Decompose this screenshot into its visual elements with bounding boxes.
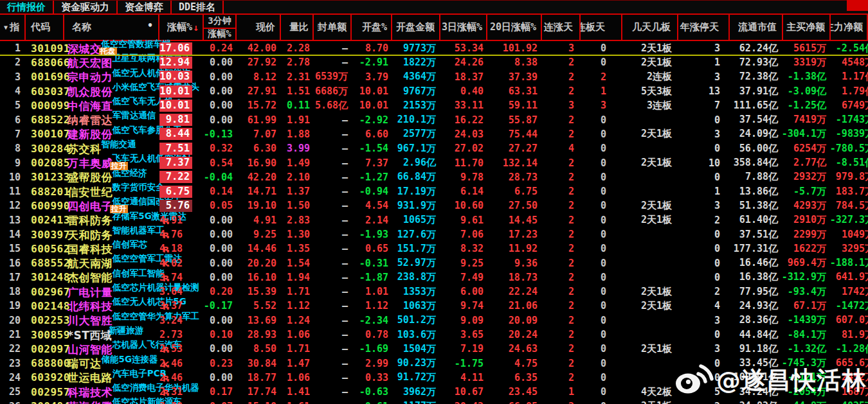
main-net: -327.3万 <box>831 213 868 227</box>
board-streak-days-value: 0 <box>601 286 606 297</box>
main-buy-net-value: -5.7万 <box>793 186 826 198</box>
open-amount: 2153万 <box>392 98 440 112</box>
pct-3min: 0.17 <box>204 385 237 399</box>
seal-amount: — <box>314 170 352 184</box>
price-value: 6.30 <box>253 143 276 154</box>
year-limit-days-value: 0 <box>714 243 720 254</box>
pct-3day: 53.34 <box>440 41 487 55</box>
table-row[interactable]: 26300484蓝海华腾低空芯片新能源车2.300.0715.101.61—-0… <box>0 399 868 404</box>
main-net: -188.1万 <box>831 256 868 270</box>
row-number: 24 <box>0 371 26 385</box>
corner-red-block <box>847 0 868 11</box>
seal-amount: — <box>314 141 352 155</box>
volume-ratio: 1.47 <box>281 356 314 371</box>
float-market-cap: 13.86亿 <box>730 184 783 198</box>
seal-amount-value: 6686万 <box>315 85 348 98</box>
main-buy-net: 2932万 <box>783 170 831 184</box>
price: 30.84 <box>237 356 281 371</box>
price: 14.46 <box>237 242 281 256</box>
float-market-cap: 37.51亿 <box>730 227 783 242</box>
tab-fund-game[interactable]: 资金博弈 <box>118 1 172 13</box>
seal-amount-value: — <box>342 157 348 169</box>
pct-3min: 0.00 <box>204 371 237 385</box>
column-header-seal-amount[interactable]: 封单额 <box>314 15 352 40</box>
price-value: 20.20 <box>248 258 276 269</box>
row-number-value: 16 <box>9 258 21 269</box>
caret-down-icon: ▼ <box>4 24 8 31</box>
price: 19.10 <box>237 198 281 213</box>
column-header-stock-name-cell[interactable]: 名称• <box>64 15 159 40</box>
pct-3day: 24.03 <box>440 127 487 141</box>
column-header-pct-3min[interactable]: 3分钟涨幅% <box>204 15 237 40</box>
header-label: 现价 <box>256 21 275 33</box>
row-number: 8 <box>0 141 26 155</box>
change-pct: 4.76 <box>159 229 183 240</box>
stock-name: 北纬科技 <box>64 299 113 314</box>
column-header-price[interactable]: 现价 <box>237 15 281 40</box>
open-pct-value: 4.54 <box>365 200 388 211</box>
open-amount: 17.19万 <box>392 184 440 198</box>
column-header-year-limit-days[interactable]: 年涨停天 <box>678 15 730 40</box>
column-header-main-net[interactable]: 主力净额 <box>831 15 868 40</box>
open-amount-value: 66.84万 <box>397 171 436 183</box>
column-header-board-streak-days[interactable]: 连板天 <box>581 15 622 40</box>
price-value: 15.39 <box>248 286 276 297</box>
board-streak-days-value: 3 <box>601 100 606 111</box>
change-pct-cell: R17.06 <box>159 41 204 55</box>
main-net: 641.9万 <box>831 270 868 285</box>
change-pct-cell: R7.37 <box>159 155 204 170</box>
column-header-float-market-cap[interactable]: 流通市值 <box>730 15 783 40</box>
row-number: 19 <box>0 299 26 313</box>
float-market-cap: 16.46亿 <box>730 256 783 270</box>
main-buy-net: -93.4万 <box>783 285 831 299</box>
stock-code: 002253 <box>26 313 64 328</box>
stock-code: 688552 <box>26 256 64 270</box>
open-amount-value: 1065万 <box>403 214 436 226</box>
column-header-pct-3day[interactable]: 3日涨幅% <box>440 15 487 40</box>
action-tag: 拉升 <box>110 205 128 213</box>
open-pct: 2.14 <box>352 213 392 227</box>
float-market-cap-value: 177.31亿 <box>734 243 778 255</box>
column-header-volume-ratio[interactable]: 量比 <box>281 15 314 40</box>
row-number: 23 <box>0 356 26 371</box>
up-streak-days: 2 <box>542 313 581 328</box>
board-streak-days: 1 <box>581 84 622 98</box>
stock-code: 000099 <box>26 98 64 112</box>
column-header-open-amount[interactable]: 开盘金额 <box>392 15 440 40</box>
column-header-pct-20day[interactable]: 20日涨幅% <box>487 15 542 40</box>
open-amount-value: 17.19万 <box>397 186 436 198</box>
change-pct-cell: 8.44 <box>159 127 204 141</box>
watermark-text: @遂昌快活林 <box>716 364 867 397</box>
up-streak-days-value: 2 <box>568 243 574 254</box>
open-pct-value: -2.34 <box>359 315 388 326</box>
tab-fund-drive[interactable]: 资金驱动力 <box>54 1 118 13</box>
pct-3day-value: 9.25 <box>460 258 484 269</box>
tab-quotes[interactable]: 行情报价 <box>0 1 54 13</box>
main-buy-net-value: 6254万 <box>793 143 826 155</box>
column-header-stock-code[interactable]: 代码 <box>26 15 64 40</box>
column-header-open-pct[interactable]: 开盘% <box>352 15 392 40</box>
price-value: 14.46 <box>248 243 276 254</box>
price-value: 18.77 <box>248 372 276 383</box>
header-label: 涨幅% <box>167 21 192 33</box>
column-header-days-boards[interactable]: 几天几板 <box>622 15 678 40</box>
main-net: -1743万 <box>831 112 868 127</box>
change-pct: 2.31 <box>159 386 183 398</box>
column-header-change-pct-cell[interactable]: 涨幅%↓ <box>159 15 204 40</box>
row-number: 16 <box>0 256 26 270</box>
up-streak-days: 2 <box>542 270 581 285</box>
change-pct-cell: R2.53 <box>159 342 204 356</box>
days-boards <box>622 313 678 328</box>
stock-name: 瑞可达 <box>64 356 102 371</box>
column-header-up-streak-days[interactable]: 连涨天 <box>542 15 581 40</box>
concept-annotation: 军雷达通信 <box>113 110 156 121</box>
seal-amount-value: — <box>342 143 348 154</box>
column-header-row-number[interactable]: ▼指 <box>0 15 26 40</box>
open-amount-value: 2577万 <box>403 128 436 140</box>
volume-ratio: 1.88 <box>281 127 314 141</box>
main-buy-net-value: -93.4万 <box>788 286 826 298</box>
pct-3min-value: 0.20 <box>210 286 233 297</box>
selection-underline <box>0 55 868 56</box>
tab-dde-rank[interactable]: DDE排名 <box>172 1 224 13</box>
column-header-main-buy-net[interactable]: 主买净额 <box>783 15 831 40</box>
